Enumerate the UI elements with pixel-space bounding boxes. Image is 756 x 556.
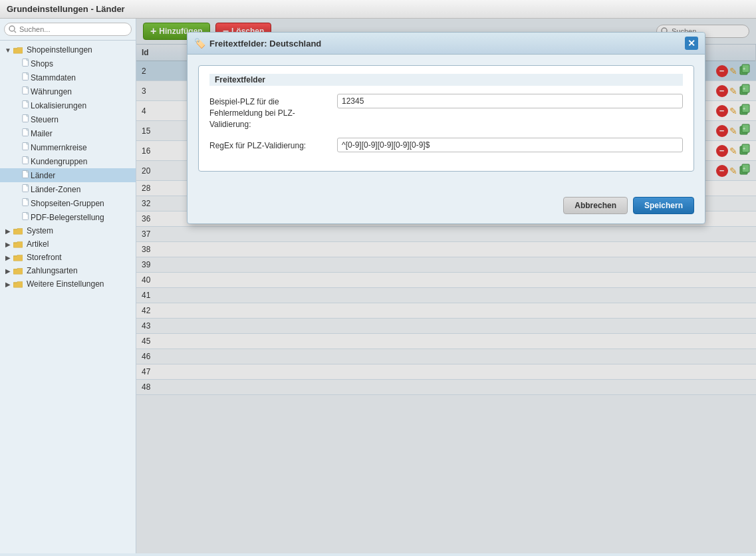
sidebar-item-shopseiten-gruppen[interactable]: Shopseiten-Gruppen bbox=[0, 196, 136, 210]
sidebar-item-shopeinstellungen[interactable]: ▼ Shopeinstellungen bbox=[0, 43, 136, 57]
modal-freitextfelder: 🏷️ Freitextfelder: Deutschland ✕ Freitex… bbox=[187, 32, 705, 224]
sidebar-label-pdf-belegerstellung: PDF-Belegerstellung bbox=[31, 213, 104, 222]
modal-icon: 🏷️ bbox=[194, 38, 205, 49]
doc-icon-kundengruppen bbox=[21, 156, 31, 166]
svg-rect-17 bbox=[13, 282, 23, 287]
expand-icon-artikel: ▶ bbox=[4, 240, 12, 248]
regex-input[interactable] bbox=[337, 138, 683, 152]
sidebar-item-pdf-belegerstellung[interactable]: PDF-Belegerstellung bbox=[0, 210, 136, 224]
doc-icon-mailer bbox=[21, 128, 31, 138]
sidebar-label-kundengruppen: Kundengruppen bbox=[31, 157, 87, 166]
modal-close-button[interactable]: ✕ bbox=[685, 37, 698, 50]
sidebar-item-system[interactable]: ▶ System bbox=[0, 224, 136, 237]
doc-icon-laender-zonen bbox=[21, 184, 31, 194]
svg-rect-16 bbox=[13, 269, 23, 274]
sidebar: ▼ Shopeinstellungen Shops Stammdaten Wäh… bbox=[0, 19, 136, 553]
sidebar-label-steuern: Steuern bbox=[31, 115, 59, 124]
modal-footer: Abbrechen Speichern bbox=[188, 190, 705, 223]
sidebar-item-artikel[interactable]: ▶ Artikel bbox=[0, 237, 136, 251]
doc-icon-lokalisierungen bbox=[21, 100, 31, 110]
folder-icon-storefront bbox=[13, 253, 24, 261]
modal-title: 🏷️ Freitextfelder: Deutschland bbox=[194, 38, 321, 49]
modal-overlay: 🏷️ Freitextfelder: Deutschland ✕ Freitex… bbox=[136, 19, 756, 553]
sidebar-item-laender-zonen[interactable]: Länder-Zonen bbox=[0, 182, 136, 196]
modal-title-text: Freitextfelder: Deutschland bbox=[209, 39, 321, 49]
modal-header: 🏷️ Freitextfelder: Deutschland ✕ bbox=[188, 33, 705, 55]
fieldset-legend: Freitextfelder bbox=[209, 74, 683, 86]
folder-icon-weitere-einstellungen bbox=[13, 280, 24, 288]
expand-icon-storefront: ▶ bbox=[4, 253, 12, 261]
folder-icon-shopeinstellungen bbox=[13, 46, 24, 54]
title-bar: Grundeinstellungen - Länder bbox=[0, 0, 756, 19]
sidebar-label-shopseiten-gruppen: Shopseiten-Gruppen bbox=[31, 199, 104, 208]
doc-icon-nummernkreise bbox=[21, 142, 31, 152]
title-text: Grundeinstellungen - Länder bbox=[7, 4, 125, 14]
fieldset-freitextfelder: Freitextfelder Beispiel-PLZ für die Fehl… bbox=[198, 65, 694, 172]
plz-example-input[interactable] bbox=[337, 94, 683, 108]
sidebar-label-laender: Länder bbox=[31, 171, 55, 180]
sidebar-label-zahlungsarten: Zahlungsarten bbox=[27, 266, 78, 275]
sidebar-search-container bbox=[0, 19, 136, 41]
sidebar-search-input[interactable] bbox=[4, 23, 132, 36]
cancel-button[interactable]: Abbrechen bbox=[563, 197, 628, 214]
sidebar-label-weitere-einstellungen: Weitere Einstellungen bbox=[27, 279, 104, 289]
sidebar-item-storefront[interactable]: ▶ Storefront bbox=[0, 251, 136, 264]
folder-icon-artikel bbox=[13, 240, 24, 248]
regex-label: RegEx für PLZ-Validierung: bbox=[209, 138, 329, 152]
sidebar-label-mailer: Mailer bbox=[31, 129, 53, 138]
sidebar-label-shops: Shops bbox=[31, 59, 53, 69]
form-row-regex: RegEx für PLZ-Validierung: bbox=[209, 138, 683, 152]
sidebar-item-zahlungsarten[interactable]: ▶ Zahlungsarten bbox=[0, 264, 136, 277]
sidebar-item-nummernkreise[interactable]: Nummernkreise bbox=[0, 140, 136, 154]
sidebar-label-nummernkreise: Nummernkreise bbox=[31, 143, 87, 152]
expand-icon-system: ▶ bbox=[4, 227, 12, 235]
folder-icon-zahlungsarten bbox=[13, 267, 24, 275]
expand-icon-weitere-einstellungen: ▶ bbox=[4, 280, 12, 288]
folder-icon-system bbox=[13, 227, 24, 235]
sidebar-label-artikel: Artikel bbox=[27, 239, 49, 249]
doc-icon-laender bbox=[21, 170, 31, 180]
doc-icon-stammdaten bbox=[21, 72, 31, 82]
doc-icon-shopseiten-gruppen bbox=[21, 198, 31, 208]
doc-icon-waehrungen bbox=[21, 86, 31, 96]
expand-icon-shopeinstellungen: ▼ bbox=[4, 46, 12, 54]
sidebar-label-laender-zonen: Länder-Zonen bbox=[31, 185, 80, 194]
sidebar-item-stammdaten[interactable]: Stammdaten bbox=[0, 70, 136, 84]
sidebar-label-shopeinstellungen: Shopeinstellungen bbox=[27, 45, 92, 55]
content-area: + Hinzufügen − Löschen Id Name Gebiet IS… bbox=[136, 19, 756, 553]
expand-icon-zahlungsarten: ▶ bbox=[4, 267, 12, 275]
sidebar-label-lokalisierungen: Lokalisierungen bbox=[31, 101, 86, 110]
sidebar-item-shops[interactable]: Shops bbox=[0, 57, 136, 70]
sidebar-item-weitere-einstellungen[interactable]: ▶ Weitere Einstellungen bbox=[0, 277, 136, 291]
sidebar-item-waehrungen[interactable]: Währungen bbox=[0, 84, 136, 98]
sidebar-item-steuern[interactable]: Steuern bbox=[0, 112, 136, 126]
doc-icon-shops bbox=[21, 59, 31, 69]
doc-icon-steuern bbox=[21, 114, 31, 124]
plz-label: Beispiel-PLZ für die Fehlermeldung bei P… bbox=[209, 94, 329, 130]
sidebar-item-kundengruppen[interactable]: Kundengruppen bbox=[0, 154, 136, 168]
svg-rect-15 bbox=[13, 255, 23, 261]
doc-icon-pdf-belegerstellung bbox=[21, 212, 31, 222]
svg-rect-13 bbox=[13, 229, 23, 234]
svg-rect-0 bbox=[13, 48, 23, 53]
sidebar-item-mailer[interactable]: Mailer bbox=[0, 126, 136, 140]
save-button[interactable]: Speichern bbox=[633, 197, 694, 214]
sidebar-label-waehrungen: Währungen bbox=[31, 87, 72, 96]
svg-rect-14 bbox=[13, 242, 23, 247]
sidebar-label-storefront: Storefront bbox=[27, 253, 62, 262]
form-row-plz: Beispiel-PLZ für die Fehlermeldung bei P… bbox=[209, 94, 683, 130]
sidebar-item-laender[interactable]: Länder bbox=[0, 168, 136, 182]
sidebar-tree: ▼ Shopeinstellungen Shops Stammdaten Wäh… bbox=[0, 41, 136, 553]
sidebar-label-stammdaten: Stammdaten bbox=[31, 73, 76, 82]
modal-body: Freitextfelder Beispiel-PLZ für die Fehl… bbox=[188, 55, 705, 190]
sidebar-label-system: System bbox=[27, 226, 53, 235]
sidebar-item-lokalisierungen[interactable]: Lokalisierungen bbox=[0, 98, 136, 112]
